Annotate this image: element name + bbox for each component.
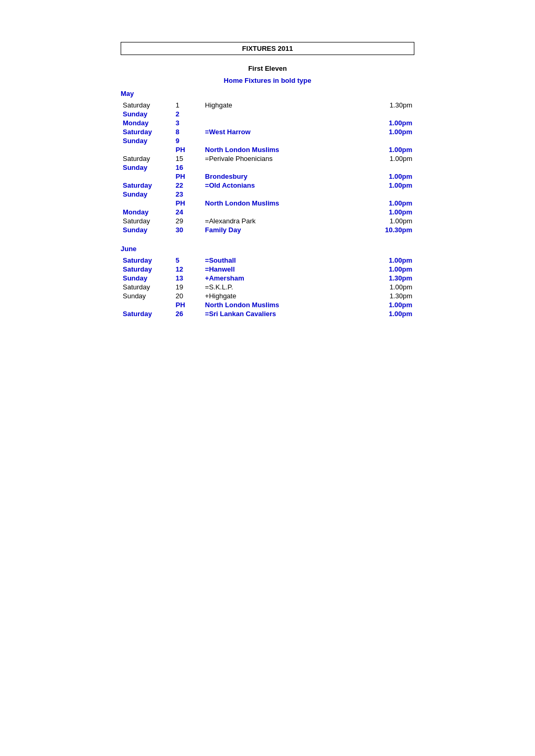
time-cell bbox=[356, 163, 414, 172]
opponent-cell: North London Muslims bbox=[203, 300, 356, 309]
table-row: Saturday8=West Harrow1.00pm bbox=[121, 127, 414, 136]
opponent-cell: =Perivale Phoenicians bbox=[203, 154, 356, 163]
time-cell: 1.30pm bbox=[356, 274, 414, 283]
fixtures-header-box: FIXTURES 2011 bbox=[121, 42, 414, 55]
opponent-cell: Family Day bbox=[203, 225, 356, 234]
date-cell: 19 bbox=[174, 283, 203, 291]
time-cell: 1.00pm bbox=[356, 265, 414, 274]
day-cell: Saturday bbox=[121, 127, 174, 136]
date-cell: 30 bbox=[174, 225, 203, 234]
day-cell: Sunday bbox=[121, 136, 174, 145]
table-row: Saturday22=Old Actonians1.00pm bbox=[121, 181, 414, 190]
table-row: Saturday1Highgate1.30pm bbox=[121, 101, 414, 110]
table-row: Saturday12=Hanwell1.00pm bbox=[121, 265, 414, 274]
month-label: May bbox=[121, 90, 414, 98]
opponent-cell bbox=[203, 208, 356, 217]
table-row: PHNorth London Muslims1.00pm bbox=[121, 145, 414, 154]
table-row: Sunday9 bbox=[121, 136, 414, 145]
date-cell: 9 bbox=[174, 136, 203, 145]
opponent-cell bbox=[203, 190, 356, 199]
day-cell: Saturday bbox=[121, 283, 174, 291]
day-cell bbox=[121, 300, 174, 309]
day-cell bbox=[121, 145, 174, 154]
fixtures-table: Saturday1Highgate1.30pmSunday2Monday31.0… bbox=[121, 101, 414, 234]
opponent-cell bbox=[203, 163, 356, 172]
date-cell: 29 bbox=[174, 217, 203, 225]
table-row: Saturday19=S.K.L.P.1.00pm bbox=[121, 283, 414, 291]
table-row: Sunday30Family Day10.30pm bbox=[121, 225, 414, 234]
date-cell: 20 bbox=[174, 291, 203, 300]
table-row: Saturday29=Alexandra Park1.00pm bbox=[121, 217, 414, 225]
day-cell: Monday bbox=[121, 118, 174, 127]
table-row: Sunday13+Amersham1.30pm bbox=[121, 274, 414, 283]
time-cell: 1.00pm bbox=[356, 154, 414, 163]
day-cell: Saturday bbox=[121, 309, 174, 318]
opponent-cell: =Southall bbox=[203, 256, 356, 265]
opponent-cell: Brondesbury bbox=[203, 172, 356, 181]
date-cell: 26 bbox=[174, 309, 203, 318]
time-cell: 10.30pm bbox=[356, 225, 414, 234]
time-cell: 1.00pm bbox=[356, 172, 414, 181]
table-row: Saturday15=Perivale Phoenicians1.00pm bbox=[121, 154, 414, 163]
table-row: PHNorth London Muslims1.00pm bbox=[121, 300, 414, 309]
date-cell: 16 bbox=[174, 163, 203, 172]
first-eleven-title: First Eleven bbox=[121, 64, 414, 72]
time-cell bbox=[356, 190, 414, 199]
date-cell: PH bbox=[174, 300, 203, 309]
date-cell: PH bbox=[174, 172, 203, 181]
time-cell bbox=[356, 136, 414, 145]
date-cell: 12 bbox=[174, 265, 203, 274]
opponent-cell: =Alexandra Park bbox=[203, 217, 356, 225]
date-cell: 1 bbox=[174, 101, 203, 110]
month-label: June bbox=[121, 245, 414, 253]
date-cell: 13 bbox=[174, 274, 203, 283]
time-cell: 1.00pm bbox=[356, 283, 414, 291]
time-cell: 1.00pm bbox=[356, 181, 414, 190]
opponent-cell: +Amersham bbox=[203, 274, 356, 283]
opponent-cell: =West Harrow bbox=[203, 127, 356, 136]
table-row: Saturday5=Southall1.00pm bbox=[121, 256, 414, 265]
month-section: MaySaturday1Highgate1.30pmSunday2Monday3… bbox=[121, 90, 414, 234]
day-cell bbox=[121, 199, 174, 208]
day-cell: Saturday bbox=[121, 101, 174, 110]
time-cell: 1.00pm bbox=[356, 300, 414, 309]
day-cell: Sunday bbox=[121, 110, 174, 118]
table-row: Monday241.00pm bbox=[121, 208, 414, 217]
date-cell: 5 bbox=[174, 256, 203, 265]
time-cell bbox=[356, 110, 414, 118]
home-fixtures-note: Home Fixtures in bold type bbox=[121, 77, 414, 84]
fixtures-table: Saturday5=Southall1.00pmSaturday12=Hanwe… bbox=[121, 256, 414, 318]
day-cell: Sunday bbox=[121, 291, 174, 300]
date-cell: PH bbox=[174, 145, 203, 154]
table-row: Saturday26=Sri Lankan Cavaliers1.00pm bbox=[121, 309, 414, 318]
day-cell: Saturday bbox=[121, 181, 174, 190]
date-cell: 22 bbox=[174, 181, 203, 190]
opponent-cell: North London Muslims bbox=[203, 199, 356, 208]
time-cell: 1.00pm bbox=[356, 199, 414, 208]
opponent-cell: =Sri Lankan Cavaliers bbox=[203, 309, 356, 318]
time-cell: 1.30pm bbox=[356, 291, 414, 300]
opponent-cell: +Highgate bbox=[203, 291, 356, 300]
time-cell: 1.00pm bbox=[356, 217, 414, 225]
date-cell: 2 bbox=[174, 110, 203, 118]
time-cell: 1.30pm bbox=[356, 101, 414, 110]
date-cell: 15 bbox=[174, 154, 203, 163]
time-cell: 1.00pm bbox=[356, 309, 414, 318]
month-section: JuneSaturday5=Southall1.00pmSaturday12=H… bbox=[121, 245, 414, 318]
table-row: PHNorth London Muslims1.00pm bbox=[121, 199, 414, 208]
date-cell: 3 bbox=[174, 118, 203, 127]
table-row: Sunday2 bbox=[121, 110, 414, 118]
fixtures-title: FIXTURES 2011 bbox=[242, 45, 293, 52]
time-cell: 1.00pm bbox=[356, 118, 414, 127]
time-cell: 1.00pm bbox=[356, 145, 414, 154]
opponent-cell: Highgate bbox=[203, 101, 356, 110]
day-cell: Saturday bbox=[121, 265, 174, 274]
day-cell: Saturday bbox=[121, 256, 174, 265]
day-cell: Sunday bbox=[121, 225, 174, 234]
opponent-cell bbox=[203, 118, 356, 127]
date-cell: 8 bbox=[174, 127, 203, 136]
table-row: Sunday23 bbox=[121, 190, 414, 199]
opponent-cell bbox=[203, 136, 356, 145]
time-cell: 1.00pm bbox=[356, 256, 414, 265]
time-cell: 1.00pm bbox=[356, 127, 414, 136]
